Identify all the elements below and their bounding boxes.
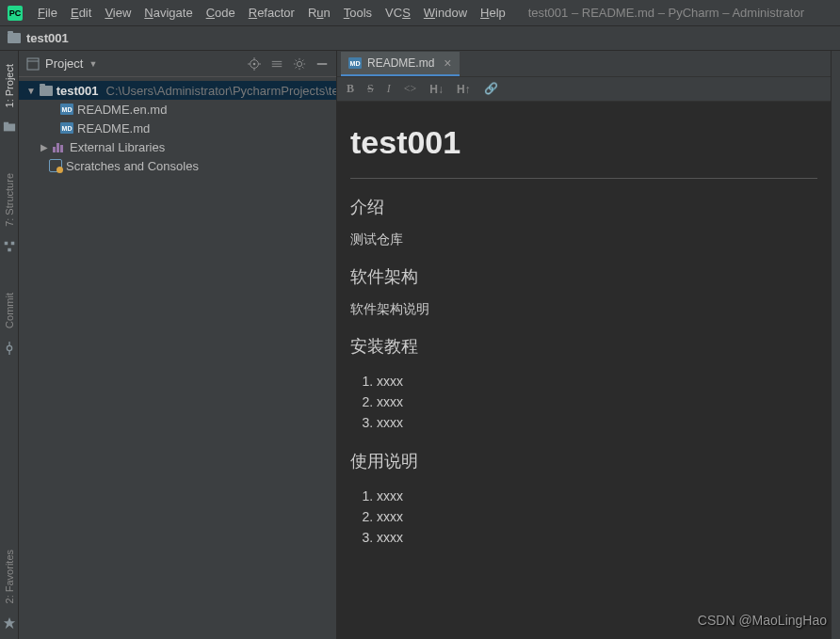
editor-area: MD README.md × B S I <> H↓ H↑ 🔗 test001 … [337, 51, 831, 639]
preview-heading: 介绍 [350, 196, 817, 218]
divider [350, 178, 817, 179]
tree-file[interactable]: MD README.md [19, 119, 336, 137]
list-item: xxxx [377, 506, 817, 527]
commit-icon[interactable] [3, 342, 16, 355]
menu-file[interactable]: File [32, 4, 63, 22]
menu-vcs[interactable]: VCS [380, 4, 416, 22]
folder-icon[interactable] [3, 120, 16, 134]
menu-view[interactable]: View [99, 4, 137, 22]
tree-item-label: Scratches and Consoles [66, 159, 199, 173]
tree-item-label: External Libraries [70, 140, 165, 154]
markdown-toolbar: B S I <> H↓ H↑ 🔗 [337, 77, 831, 102]
menu-window[interactable]: Window [418, 4, 473, 22]
expand-arrow-icon[interactable]: ▼ [26, 86, 36, 96]
tree-root-name: test001 [57, 84, 99, 98]
editor-tabs: MD README.md × [337, 51, 831, 77]
right-gutter [831, 51, 840, 639]
list-item: xxxx [377, 391, 817, 412]
menu-run[interactable]: Run [302, 4, 336, 22]
watermark: CSDN @MaoLingHao [698, 613, 827, 628]
tree-external-libs[interactable]: ▶ External Libraries [19, 137, 336, 156]
window-title: test001 – README.md – PyCharm – Administ… [528, 6, 832, 20]
menubar: PC File Edit View Navigate Code Refactor… [0, 0, 840, 26]
tab-favorites[interactable]: 2: Favorites [4, 544, 15, 609]
link-button[interactable]: 🔗 [484, 82, 498, 96]
window-icon [26, 57, 40, 71]
bold-button[interactable]: B [347, 82, 354, 96]
folder-icon [8, 33, 21, 43]
svg-rect-9 [27, 58, 39, 70]
preview-heading: 安装教程 [350, 335, 817, 358]
tree-root-path: C:\Users\Administrator\PycharmProjects\t… [106, 84, 336, 98]
menu-help[interactable]: Help [475, 4, 511, 22]
svg-point-5 [7, 346, 11, 351]
scratches-icon [49, 159, 62, 172]
pycharm-icon: PC [8, 6, 23, 21]
svg-point-20 [297, 61, 301, 66]
svg-rect-1 [3, 122, 8, 125]
structure-icon[interactable] [3, 240, 16, 253]
left-tool-strip: 1: Project 7: Structure Commit 2: Favori… [0, 51, 19, 639]
menu-tools[interactable]: Tools [338, 4, 378, 22]
project-tree: ▼ test001 C:\Users\Administrator\Pycharm… [19, 77, 336, 179]
tree-file-label: README.md [77, 121, 150, 136]
markdown-icon: MD [348, 57, 362, 69]
minimize-icon[interactable] [315, 57, 329, 71]
breadcrumb-text[interactable]: test001 [26, 31, 69, 45]
tab-commit[interactable]: Commit [4, 287, 15, 334]
markdown-preview[interactable]: test001 介绍 测试仓库 软件架构 软件架构说明 安装教程 xxxx xx… [337, 102, 831, 639]
italic-button[interactable]: I [387, 82, 391, 96]
list-item: xxxx [377, 412, 817, 433]
svg-marker-8 [3, 617, 14, 629]
folder-icon [40, 86, 53, 96]
svg-point-12 [253, 62, 256, 65]
project-panel: Project ▼ ▼ test001 C:\Users\Administrat… [19, 51, 337, 639]
star-icon[interactable] [3, 616, 16, 630]
gear-icon[interactable] [293, 57, 306, 71]
svg-rect-3 [10, 242, 14, 246]
svg-rect-0 [3, 124, 14, 132]
menu-refactor[interactable]: Refactor [243, 4, 300, 22]
locate-icon[interactable] [248, 57, 261, 71]
preview-list: xxxx xxxx xxxx [377, 371, 817, 433]
heading-up-button[interactable]: H↑ [457, 83, 471, 96]
tree-file[interactable]: MD README.en.md [19, 100, 336, 119]
heading-down-button[interactable]: H↓ [429, 83, 444, 96]
close-icon[interactable]: × [444, 56, 451, 71]
code-button[interactable]: <> [404, 82, 417, 96]
breadcrumb: test001 [0, 26, 840, 51]
preview-text: 测试仓库 [350, 232, 817, 248]
chevron-down-icon[interactable]: ▼ [89, 59, 97, 69]
menu-code[interactable]: Code [201, 4, 241, 22]
preview-heading: 使用说明 [350, 450, 817, 472]
menu-edit[interactable]: Edit [65, 4, 97, 22]
expand-arrow-icon[interactable]: ▶ [40, 142, 49, 152]
editor-tab[interactable]: MD README.md × [341, 52, 460, 76]
project-panel-header: Project ▼ [19, 51, 336, 77]
svg-rect-4 [8, 248, 11, 252]
menu-navigate[interactable]: Navigate [138, 4, 198, 22]
markdown-icon: MD [60, 122, 73, 134]
library-icon [53, 141, 66, 152]
panel-title[interactable]: Project [45, 56, 83, 71]
tab-structure[interactable]: 7: Structure [4, 168, 15, 232]
tab-label: README.md [367, 56, 434, 70]
collapse-icon[interactable] [270, 57, 283, 71]
tree-root[interactable]: ▼ test001 C:\Users\Administrator\Pycharm… [19, 81, 336, 100]
preview-list: xxxx xxxx xxxx [377, 486, 817, 548]
preview-heading: 软件架构 [350, 265, 817, 288]
svg-rect-2 [4, 242, 8, 246]
list-item: xxxx [377, 486, 817, 506]
markdown-icon: MD [60, 104, 73, 115]
preview-h1: test001 [350, 124, 817, 161]
strike-button[interactable]: S [367, 82, 374, 96]
tree-scratches[interactable]: Scratches and Consoles [19, 156, 336, 175]
list-item: xxxx [377, 527, 817, 548]
preview-text: 软件架构说明 [350, 301, 817, 318]
tree-file-label: README.en.md [77, 103, 167, 117]
tab-project[interactable]: 1: Project [4, 58, 15, 113]
list-item: xxxx [377, 371, 817, 391]
